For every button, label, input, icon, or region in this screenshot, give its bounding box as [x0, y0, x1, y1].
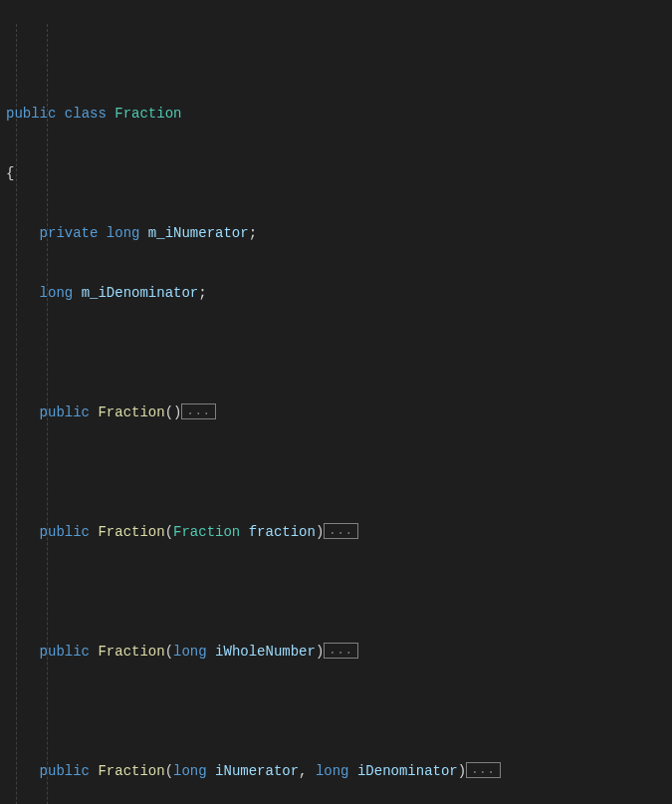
code-line[interactable]: long m_iDenominator; — [6, 283, 672, 303]
identifier: iWholeNumber — [215, 644, 316, 660]
identifier: m_iDenominator — [82, 285, 199, 301]
method-name: Fraction — [98, 763, 164, 779]
identifier: fraction — [249, 524, 316, 540]
keyword: long — [173, 763, 207, 779]
fold-ellipsis-icon[interactable]: ... — [466, 762, 501, 778]
code-editor[interactable]: public class Fraction { private long m_i… — [6, 4, 672, 804]
keyword: private — [40, 225, 99, 241]
punct: ; — [198, 285, 206, 301]
identifier: iDenominator — [357, 763, 458, 779]
punct: ) — [316, 644, 324, 660]
keyword: long — [40, 285, 74, 301]
fold-ellipsis-icon[interactable]: ... — [181, 403, 216, 419]
brace: { — [6, 165, 14, 181]
method-name: Fraction — [98, 524, 164, 540]
blank-line — [6, 582, 672, 602]
punct: ) — [458, 763, 466, 779]
punct: ( — [165, 524, 173, 540]
punct: ; — [249, 225, 257, 241]
punct: ) — [316, 524, 324, 540]
method-name: Fraction — [98, 644, 164, 660]
code-line[interactable]: public Fraction(Fraction fraction)... — [6, 522, 672, 542]
code-line[interactable]: public Fraction(long iWholeNumber)... — [6, 642, 672, 662]
code-line[interactable]: private long m_iNumerator; — [6, 223, 672, 243]
blank-line — [6, 462, 672, 482]
punct: () — [165, 404, 182, 420]
keyword: public — [40, 763, 90, 779]
fold-ellipsis-icon[interactable]: ... — [324, 523, 358, 539]
code-line[interactable]: { — [6, 163, 672, 183]
fold-ellipsis-icon[interactable]: ... — [324, 643, 358, 659]
identifier: iNumerator — [215, 763, 299, 779]
keyword: long — [173, 644, 207, 660]
code-line[interactable]: public Fraction(long iNumerator, long iD… — [6, 761, 672, 781]
keyword: public — [40, 524, 90, 540]
keyword: public — [6, 106, 56, 122]
code-line[interactable]: public Fraction()... — [6, 402, 672, 422]
method-name: Fraction — [98, 404, 164, 420]
punct: ( — [165, 644, 173, 660]
punct: ( — [165, 763, 173, 779]
type-name: Fraction — [173, 524, 240, 540]
code-line[interactable]: public class Fraction — [6, 104, 672, 124]
keyword: public — [40, 404, 90, 420]
keyword: long — [316, 763, 349, 779]
type-name: Fraction — [114, 106, 181, 122]
punct: , — [299, 763, 316, 779]
blank-line — [6, 343, 672, 363]
identifier: m_iNumerator — [148, 225, 249, 241]
blank-line — [6, 701, 672, 721]
keyword: class — [65, 106, 107, 122]
keyword: public — [40, 644, 90, 660]
keyword: long — [107, 225, 140, 241]
